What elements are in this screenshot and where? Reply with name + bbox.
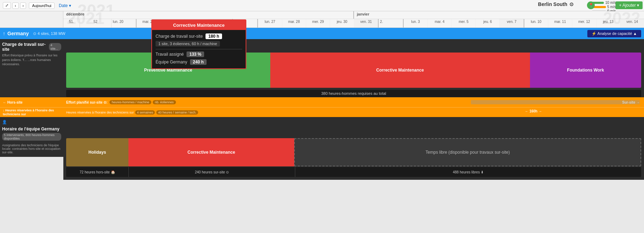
reserve-text: Heures réservées à l'horaire des technic…	[66, 111, 134, 114]
expand-button[interactable]: ⤢	[3, 2, 11, 9]
tooltip-tag-row: 1 site, 3 éoliennes, 60 h / machine	[156, 41, 242, 46]
team-bar-free: Temps libre (disponible pour travaux sur…	[294, 138, 641, 166]
germany-arrow-icon: ↑	[3, 31, 5, 36]
day-ven31: ven. 31	[354, 19, 379, 27]
tooltip-workload-value: 180 h	[206, 33, 222, 39]
next-button[interactable]: ›	[20, 2, 26, 9]
month-jan: janvier	[354, 11, 644, 19]
team-badge: 5 intervenants, 800 heures-hommes dispon…	[2, 133, 61, 141]
header-label-space	[0, 11, 63, 27]
location-dot-icon: ⊙	[33, 31, 36, 36]
team-subtitle: Assignations des techniciens de l'équipe…	[2, 143, 61, 154]
day-mer29: mer. 29	[306, 19, 330, 27]
tooltip-tag: 1 site, 3 éoliennes, 60 h / machine	[156, 41, 220, 47]
team-section: Holidays Corrective Maintenance Temps li…	[63, 117, 644, 180]
footer-sur: 240 heures sur-site ⊙	[129, 167, 295, 177]
reserve-tag-2: 40 heures / semaine / tech.	[156, 110, 198, 115]
team-footer: 72 heures hors-site 🏠 240 heures sur-sit…	[66, 167, 641, 177]
label-column: Charge de travail sur-site 4 site... Eff…	[0, 39, 63, 180]
top-bar: ⤢ ‹ › Aujourd'hui Date ▾ 2021 Berlin Sou…	[0, 0, 644, 11]
workload-sites-badge: 4 site...	[49, 43, 61, 51]
workload-label-area: Charge de travail sur-site 4 site... Eff…	[0, 39, 63, 97]
day-row: 51. 52 lun. 20 mar. 21 mer. 22 jeu. 23 v…	[63, 19, 644, 27]
tooltip-workload-row: Charge de travail sur-site 180 h	[156, 33, 242, 39]
workload-total: 380 heures-hommes requises au total	[66, 90, 641, 97]
location-pin-icon[interactable]: 📍	[587, 1, 595, 9]
team-title: Horaire de l'équipe Germany	[2, 127, 59, 131]
tooltip-workload-label: Charge de travail sur-site	[156, 34, 203, 39]
team-header: 👤 Horaire de l'équipe Germany	[2, 120, 61, 131]
content-area: Preventive Maintenance Corrective Mainte…	[63, 39, 644, 180]
team-icon: 👤	[2, 120, 7, 124]
workload-subtitle: Effort théorique prévu à l'horaire sur l…	[2, 53, 61, 67]
team-label-area: 👤 Horaire de l'équipe Germany 5 interven…	[0, 117, 63, 157]
date-dropdown[interactable]: Date ▾	[59, 3, 71, 8]
capacity-button[interactable]: ⚡ Analyse de capacité ▲	[587, 30, 641, 37]
speed-val-1: 10 m/s	[605, 1, 616, 5]
team-bar: Holidays Corrective Maintenance Temps li…	[66, 138, 641, 166]
day-lun20: lun. 20	[112, 19, 137, 27]
tooltip-assigned-label: Travail assigné	[156, 52, 184, 57]
add-button[interactable]: + Ajouter ▾	[615, 1, 643, 9]
day-jeu30: jeu. 30	[330, 19, 354, 27]
location-icon: ⊙	[569, 1, 574, 7]
germany-title: Germany	[7, 31, 29, 36]
team-bar-holidays: Holidays	[66, 138, 128, 166]
reserve-label-area: ↓ Heures réservées à l'horaire des techn…	[0, 107, 63, 117]
prev-button[interactable]: ‹	[12, 2, 19, 9]
site-name: Berlin South ⊙	[538, 1, 574, 7]
effort-row-1: Effort planifié sur-site ⊙: heures-homme…	[63, 97, 644, 107]
corrective-tooltip: Corrective Maintenance Charge de travail…	[151, 19, 246, 69]
calendar-header: 2021 décembre 2022 janvier 51. 52 lun. 2…	[0, 11, 644, 28]
footer-libre: 488 heures libres ⬇	[295, 167, 641, 177]
effort-tag-1: heures-hommes / machine	[109, 100, 151, 104]
calendar-columns: 2021 décembre 2022 janvier 51. 52 lun. 2…	[63, 11, 644, 27]
effort-tag-2: nb. éoliennes	[153, 100, 176, 104]
bar-foundations: Foundations Work	[530, 53, 641, 88]
week-52: 52	[80, 19, 111, 27]
day-mar28: mar. 28	[282, 19, 306, 27]
germany-row: ↑ Germany ⊙ 4 sites, 138 MW ⚡ Analyse de…	[0, 28, 644, 39]
tooltip-header: Corrective Maintenance	[152, 20, 246, 30]
day-lun3: lun. 3	[404, 19, 428, 27]
day-mar4: mar. 4	[428, 19, 452, 27]
day-lun10: lun. 10	[524, 19, 548, 27]
day-jeu6: jeu. 6	[476, 19, 500, 27]
hors-site-label-area: ← Hors-site	[0, 97, 63, 107]
day-jeu13: jeu. 13	[596, 19, 620, 27]
tooltip-team-label: Équipe Germany	[156, 60, 187, 65]
site-name-text: Berlin South	[538, 1, 567, 7]
speed-row-2: 5 m/s	[592, 5, 616, 9]
week-2: 2.	[379, 19, 404, 27]
effort-planned-label: Effort planifié sur-site ⊙:	[66, 100, 107, 104]
effort-gray-bar	[471, 100, 640, 104]
month-dec: décembre	[63, 11, 354, 19]
workload-title: Charge de travail sur-site	[2, 42, 47, 52]
month-row: 2021 décembre 2022 janvier	[63, 11, 644, 19]
marker-160h: ← 160h →	[525, 109, 542, 113]
day-mer5: mer. 5	[452, 19, 476, 27]
day-mer12: mer. 12	[572, 19, 596, 27]
tooltip-team-row: Équipe Germany 240 h	[156, 59, 242, 65]
reserve-label: ↓ Heures réservées à l'horaire des techn…	[3, 109, 61, 116]
reserve-tag-1: 4 semaines	[135, 110, 155, 115]
day-ven7: ven. 7	[500, 19, 524, 27]
speed-val-2: 5 m/s	[607, 5, 616, 9]
nav-controls: ⤢ ‹ › Aujourd'hui Date ▾	[3, 2, 71, 9]
day-mar11: mar. 11	[548, 19, 572, 27]
workload-header: Charge de travail sur-site 4 site...	[2, 42, 61, 52]
week-51: 51.	[63, 19, 80, 27]
tooltip-assigned-row: Travail assigné 133 %	[156, 51, 242, 57]
today-button[interactable]: Aujourd'hui	[29, 2, 55, 9]
hors-site-label: ← Hors-site	[3, 100, 23, 104]
tooltip-assigned-pct: 133 %	[187, 51, 204, 57]
workload-section: Preventive Maintenance Corrective Mainte…	[63, 39, 644, 97]
bar-corrective: Corrective Maintenance	[270, 53, 530, 88]
tooltip-divider	[156, 49, 242, 49]
tooltip-body: Charge de travail sur-site 180 h 1 site,…	[152, 30, 246, 68]
day-ven14: ven. 14	[620, 19, 644, 27]
team-bar-corrective: Corrective Maintenance	[128, 138, 294, 166]
germany-info: 4 sites, 138 MW	[38, 31, 65, 36]
footer-hors: 72 heures hors-site 🏠	[66, 167, 129, 177]
effort-row-2: Heures réservées à l'horaire des technic…	[63, 107, 644, 117]
